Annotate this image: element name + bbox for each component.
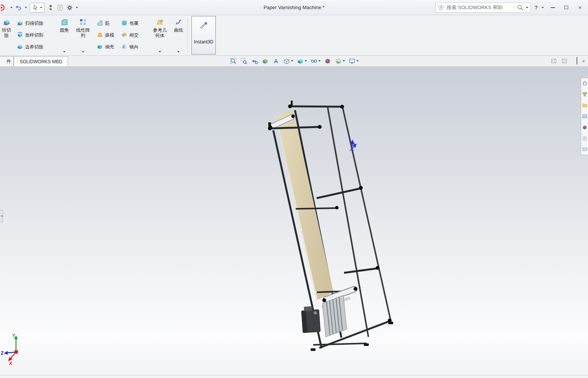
logo-dropdown-caret[interactable] xyxy=(10,7,13,8)
triad-y-label: Y xyxy=(12,333,15,338)
solidworks-logo-icon[interactable] xyxy=(1,4,8,11)
select-cursor-icon xyxy=(32,4,39,11)
reference-geometry-label-1: 参考几 xyxy=(153,27,167,33)
edit-appearance-icon[interactable] xyxy=(324,58,331,65)
sweep-cut-label: 扫描切除 xyxy=(25,21,43,26)
search-box[interactable]: ? 搜索 SOLIDWORKS 帮助 xyxy=(435,3,531,13)
curves-button[interactable]: 曲线 xyxy=(171,15,186,55)
maximize-button[interactable] xyxy=(561,3,571,12)
performance-icon[interactable] xyxy=(47,4,54,11)
previous-view-icon[interactable] xyxy=(251,58,258,65)
help-dropdown-caret[interactable] xyxy=(542,7,544,8)
loft-cut-button[interactable]: 放样切割 xyxy=(13,29,51,41)
rib-draft-shell-group: 筋 拔模 抽壳 xyxy=(93,15,117,55)
rib-button[interactable]: 筋 xyxy=(93,17,117,29)
linear-pattern-dropdown-caret[interactable] xyxy=(82,51,84,53)
instant3d-button[interactable]: Instant3D xyxy=(191,16,216,54)
instant3d-icon xyxy=(199,21,208,30)
linear-pattern-label-1: 线性阵 xyxy=(76,27,90,33)
undo-dropdown-caret[interactable] xyxy=(25,7,27,8)
wrap-intersect-mirror-group: 包覆 相交 镜向 xyxy=(117,15,142,55)
search-magnifier-icon[interactable] xyxy=(517,4,524,11)
view-settings-icon[interactable] xyxy=(348,58,355,65)
search-input[interactable]: 搜索 SOLIDWORKS 帮助 xyxy=(446,4,512,11)
boundary-cut-label: 边界切除 xyxy=(25,44,43,50)
annotation-views-icon[interactable] xyxy=(272,58,279,65)
view-orientation-caret[interactable] xyxy=(291,60,293,62)
draft-button[interactable]: 拔模 xyxy=(93,29,117,41)
mirror-button[interactable]: 镜向 xyxy=(117,41,142,53)
titlebar-right: ? 搜索 SOLIDWORKS 帮助 ? × xyxy=(435,3,588,13)
hide-show-items-caret[interactable] xyxy=(318,60,320,62)
viewport-restore-button[interactable] xyxy=(577,58,577,64)
curves-dropdown-caret[interactable] xyxy=(177,51,180,53)
shell-icon xyxy=(97,43,103,50)
custom-properties-icon[interactable] xyxy=(582,136,588,141)
section-view-icon[interactable] xyxy=(261,58,269,65)
zoom-fit-icon[interactable] xyxy=(229,58,237,65)
forum-icon[interactable] xyxy=(582,147,588,152)
shell-button[interactable]: 抽壳 xyxy=(93,41,117,53)
coordinate-triad: Y Z X xyxy=(1,333,18,366)
fillet-dropdown-caret[interactable] xyxy=(63,51,65,53)
options-dropdown-caret[interactable] xyxy=(76,7,78,8)
solidworks-window: Paper Varnishing Machine * ? 搜索 SOLIDWOR… xyxy=(0,0,588,378)
loft-cut-icon xyxy=(17,32,23,38)
task-pane-strip xyxy=(581,78,588,155)
undo-icon[interactable] xyxy=(15,4,22,11)
design-library-icon[interactable] xyxy=(582,91,588,97)
wrap-icon xyxy=(121,20,127,26)
sweep-cut-icon xyxy=(17,20,23,26)
display-style-icon[interactable] xyxy=(296,58,304,65)
file-explorer-icon[interactable] xyxy=(582,103,588,108)
quick-access-toolbar xyxy=(0,3,78,13)
search-dropdown-caret[interactable] xyxy=(526,7,528,8)
viewport-close-button[interactable]: × xyxy=(582,59,585,64)
gear-icon[interactable] xyxy=(66,4,73,11)
hide-show-items-icon[interactable] xyxy=(310,58,317,65)
report-icon[interactable] xyxy=(57,4,64,11)
fillet-button[interactable]: 圆角 xyxy=(56,15,73,55)
view-palette-icon[interactable] xyxy=(582,114,588,119)
3d-model-paper-varnishing-machine: Y Z X xyxy=(0,66,588,375)
intersect-icon xyxy=(121,32,127,38)
intersect-button[interactable]: 相交 xyxy=(117,29,142,41)
svg-text:?: ? xyxy=(440,6,442,10)
view-settings-caret[interactable] xyxy=(356,60,359,62)
wrap-button[interactable]: 包覆 xyxy=(117,17,142,29)
shell-label: 抽壳 xyxy=(105,44,114,50)
revolved-cut-button[interactable]: 转切 除 xyxy=(0,15,13,55)
select-dropdown-caret[interactable] xyxy=(40,7,42,8)
apply-scene-icon[interactable] xyxy=(335,58,342,65)
reference-geometry-button[interactable]: 参考几 何体 xyxy=(149,15,171,55)
apply-scene-caret[interactable] xyxy=(343,60,345,62)
intersect-label: 相交 xyxy=(129,32,139,38)
boundary-cut-button[interactable]: 边界切除 xyxy=(13,41,51,53)
appearances-icon[interactable] xyxy=(582,125,588,130)
feature-manager-collapse-tab[interactable] xyxy=(0,210,3,222)
collapse-pane-right-icon[interactable] xyxy=(561,58,567,64)
command-tab-row: 件 SOLIDWORKS MBD xyxy=(0,56,588,66)
rib-label: 筋 xyxy=(105,21,110,26)
view-orientation-icon[interactable] xyxy=(283,58,290,65)
sweep-cut-button[interactable]: 扫描切除 xyxy=(13,17,51,29)
document-title: Paper Varnishing Machine * xyxy=(263,5,324,10)
draft-icon xyxy=(97,32,103,38)
home-icon[interactable] xyxy=(582,80,588,86)
tab-solidworks-mbd[interactable]: SOLIDWORKS MBD xyxy=(14,56,68,66)
instant3d-label: Instant3D xyxy=(194,39,213,45)
reference-geometry-dropdown-caret[interactable] xyxy=(159,51,161,53)
close-button[interactable]: × xyxy=(575,3,585,12)
linear-pattern-label-2: 列 xyxy=(81,33,85,38)
zoom-area-icon[interactable] xyxy=(240,58,247,65)
graphics-viewport[interactable]: Y Z X xyxy=(0,66,588,375)
command-manager-ribbon: 转切 除 扫描切除 放样切割 边界切除 圆角 线性阵 列 xyxy=(0,15,588,56)
select-tool-button[interactable] xyxy=(30,3,45,13)
minimize-button[interactable] xyxy=(548,3,558,12)
help-circle-icon[interactable]: ? xyxy=(438,4,444,11)
tab-addins-partial[interactable]: 件 xyxy=(0,56,14,66)
display-style-caret[interactable] xyxy=(304,60,307,62)
help-button[interactable]: ? xyxy=(534,5,538,11)
linear-pattern-button[interactable]: 线性阵 列 xyxy=(73,15,93,55)
collapse-pane-left-icon[interactable] xyxy=(551,58,557,64)
